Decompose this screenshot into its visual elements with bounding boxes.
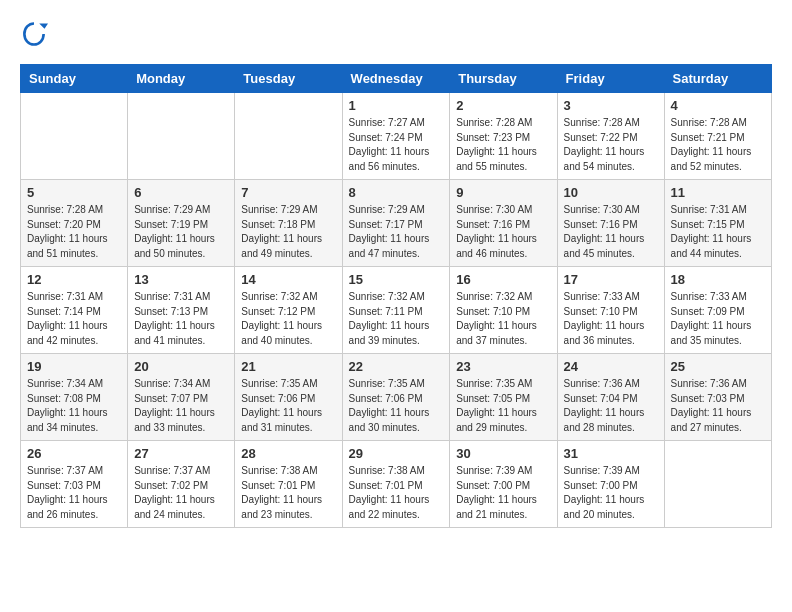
calendar-week-row: 12Sunrise: 7:31 AM Sunset: 7:14 PM Dayli…	[21, 267, 772, 354]
day-number: 17	[564, 272, 658, 287]
calendar-cell: 3Sunrise: 7:28 AM Sunset: 7:22 PM Daylig…	[557, 93, 664, 180]
day-info: Sunrise: 7:38 AM Sunset: 7:01 PM Dayligh…	[241, 464, 335, 522]
day-number: 2	[456, 98, 550, 113]
page-header	[20, 20, 772, 48]
day-info: Sunrise: 7:34 AM Sunset: 7:07 PM Dayligh…	[134, 377, 228, 435]
calendar-week-row: 1Sunrise: 7:27 AM Sunset: 7:24 PM Daylig…	[21, 93, 772, 180]
calendar-cell	[128, 93, 235, 180]
day-header-thursday: Thursday	[450, 65, 557, 93]
day-number: 30	[456, 446, 550, 461]
day-number: 1	[349, 98, 444, 113]
calendar-cell: 7Sunrise: 7:29 AM Sunset: 7:18 PM Daylig…	[235, 180, 342, 267]
day-header-monday: Monday	[128, 65, 235, 93]
logo	[20, 20, 52, 48]
calendar-cell: 16Sunrise: 7:32 AM Sunset: 7:10 PM Dayli…	[450, 267, 557, 354]
day-header-tuesday: Tuesday	[235, 65, 342, 93]
day-number: 29	[349, 446, 444, 461]
day-info: Sunrise: 7:39 AM Sunset: 7:00 PM Dayligh…	[564, 464, 658, 522]
day-number: 18	[671, 272, 765, 287]
day-info: Sunrise: 7:35 AM Sunset: 7:06 PM Dayligh…	[241, 377, 335, 435]
day-number: 10	[564, 185, 658, 200]
calendar-cell: 27Sunrise: 7:37 AM Sunset: 7:02 PM Dayli…	[128, 441, 235, 528]
day-info: Sunrise: 7:28 AM Sunset: 7:23 PM Dayligh…	[456, 116, 550, 174]
day-info: Sunrise: 7:38 AM Sunset: 7:01 PM Dayligh…	[349, 464, 444, 522]
calendar-week-row: 19Sunrise: 7:34 AM Sunset: 7:08 PM Dayli…	[21, 354, 772, 441]
calendar-cell: 14Sunrise: 7:32 AM Sunset: 7:12 PM Dayli…	[235, 267, 342, 354]
day-number: 13	[134, 272, 228, 287]
calendar-cell: 15Sunrise: 7:32 AM Sunset: 7:11 PM Dayli…	[342, 267, 450, 354]
day-number: 22	[349, 359, 444, 374]
calendar-header-row: SundayMondayTuesdayWednesdayThursdayFrid…	[21, 65, 772, 93]
day-header-wednesday: Wednesday	[342, 65, 450, 93]
day-info: Sunrise: 7:30 AM Sunset: 7:16 PM Dayligh…	[456, 203, 550, 261]
day-info: Sunrise: 7:36 AM Sunset: 7:04 PM Dayligh…	[564, 377, 658, 435]
calendar-cell: 30Sunrise: 7:39 AM Sunset: 7:00 PM Dayli…	[450, 441, 557, 528]
calendar-cell	[21, 93, 128, 180]
day-number: 21	[241, 359, 335, 374]
day-info: Sunrise: 7:39 AM Sunset: 7:00 PM Dayligh…	[456, 464, 550, 522]
logo-icon	[20, 20, 48, 48]
calendar-table: SundayMondayTuesdayWednesdayThursdayFrid…	[20, 64, 772, 528]
calendar-cell: 10Sunrise: 7:30 AM Sunset: 7:16 PM Dayli…	[557, 180, 664, 267]
calendar-cell: 17Sunrise: 7:33 AM Sunset: 7:10 PM Dayli…	[557, 267, 664, 354]
day-number: 5	[27, 185, 121, 200]
calendar-week-row: 26Sunrise: 7:37 AM Sunset: 7:03 PM Dayli…	[21, 441, 772, 528]
day-number: 16	[456, 272, 550, 287]
calendar-cell	[664, 441, 771, 528]
day-info: Sunrise: 7:29 AM Sunset: 7:19 PM Dayligh…	[134, 203, 228, 261]
day-info: Sunrise: 7:36 AM Sunset: 7:03 PM Dayligh…	[671, 377, 765, 435]
calendar-cell: 5Sunrise: 7:28 AM Sunset: 7:20 PM Daylig…	[21, 180, 128, 267]
day-info: Sunrise: 7:28 AM Sunset: 7:20 PM Dayligh…	[27, 203, 121, 261]
day-number: 14	[241, 272, 335, 287]
day-info: Sunrise: 7:28 AM Sunset: 7:22 PM Dayligh…	[564, 116, 658, 174]
day-number: 26	[27, 446, 121, 461]
day-info: Sunrise: 7:31 AM Sunset: 7:13 PM Dayligh…	[134, 290, 228, 348]
day-info: Sunrise: 7:31 AM Sunset: 7:15 PM Dayligh…	[671, 203, 765, 261]
calendar-cell: 20Sunrise: 7:34 AM Sunset: 7:07 PM Dayli…	[128, 354, 235, 441]
calendar-cell: 28Sunrise: 7:38 AM Sunset: 7:01 PM Dayli…	[235, 441, 342, 528]
calendar-cell: 1Sunrise: 7:27 AM Sunset: 7:24 PM Daylig…	[342, 93, 450, 180]
day-info: Sunrise: 7:32 AM Sunset: 7:11 PM Dayligh…	[349, 290, 444, 348]
day-header-friday: Friday	[557, 65, 664, 93]
calendar-cell	[235, 93, 342, 180]
day-info: Sunrise: 7:34 AM Sunset: 7:08 PM Dayligh…	[27, 377, 121, 435]
day-info: Sunrise: 7:32 AM Sunset: 7:10 PM Dayligh…	[456, 290, 550, 348]
day-info: Sunrise: 7:28 AM Sunset: 7:21 PM Dayligh…	[671, 116, 765, 174]
calendar-cell: 13Sunrise: 7:31 AM Sunset: 7:13 PM Dayli…	[128, 267, 235, 354]
calendar-cell: 8Sunrise: 7:29 AM Sunset: 7:17 PM Daylig…	[342, 180, 450, 267]
calendar-cell: 18Sunrise: 7:33 AM Sunset: 7:09 PM Dayli…	[664, 267, 771, 354]
day-info: Sunrise: 7:29 AM Sunset: 7:17 PM Dayligh…	[349, 203, 444, 261]
day-info: Sunrise: 7:37 AM Sunset: 7:02 PM Dayligh…	[134, 464, 228, 522]
calendar-cell: 23Sunrise: 7:35 AM Sunset: 7:05 PM Dayli…	[450, 354, 557, 441]
day-info: Sunrise: 7:29 AM Sunset: 7:18 PM Dayligh…	[241, 203, 335, 261]
calendar-cell: 12Sunrise: 7:31 AM Sunset: 7:14 PM Dayli…	[21, 267, 128, 354]
day-number: 27	[134, 446, 228, 461]
calendar-cell: 4Sunrise: 7:28 AM Sunset: 7:21 PM Daylig…	[664, 93, 771, 180]
day-number: 15	[349, 272, 444, 287]
calendar-cell: 22Sunrise: 7:35 AM Sunset: 7:06 PM Dayli…	[342, 354, 450, 441]
day-number: 31	[564, 446, 658, 461]
day-number: 28	[241, 446, 335, 461]
day-number: 12	[27, 272, 121, 287]
day-number: 6	[134, 185, 228, 200]
day-info: Sunrise: 7:30 AM Sunset: 7:16 PM Dayligh…	[564, 203, 658, 261]
day-number: 19	[27, 359, 121, 374]
calendar-cell: 9Sunrise: 7:30 AM Sunset: 7:16 PM Daylig…	[450, 180, 557, 267]
day-number: 9	[456, 185, 550, 200]
calendar-cell: 11Sunrise: 7:31 AM Sunset: 7:15 PM Dayli…	[664, 180, 771, 267]
day-number: 7	[241, 185, 335, 200]
day-info: Sunrise: 7:32 AM Sunset: 7:12 PM Dayligh…	[241, 290, 335, 348]
calendar-cell: 19Sunrise: 7:34 AM Sunset: 7:08 PM Dayli…	[21, 354, 128, 441]
day-number: 8	[349, 185, 444, 200]
day-number: 25	[671, 359, 765, 374]
calendar-cell: 21Sunrise: 7:35 AM Sunset: 7:06 PM Dayli…	[235, 354, 342, 441]
calendar-cell: 29Sunrise: 7:38 AM Sunset: 7:01 PM Dayli…	[342, 441, 450, 528]
day-header-saturday: Saturday	[664, 65, 771, 93]
day-number: 3	[564, 98, 658, 113]
day-info: Sunrise: 7:27 AM Sunset: 7:24 PM Dayligh…	[349, 116, 444, 174]
day-number: 4	[671, 98, 765, 113]
day-info: Sunrise: 7:31 AM Sunset: 7:14 PM Dayligh…	[27, 290, 121, 348]
day-header-sunday: Sunday	[21, 65, 128, 93]
day-info: Sunrise: 7:33 AM Sunset: 7:09 PM Dayligh…	[671, 290, 765, 348]
day-number: 24	[564, 359, 658, 374]
